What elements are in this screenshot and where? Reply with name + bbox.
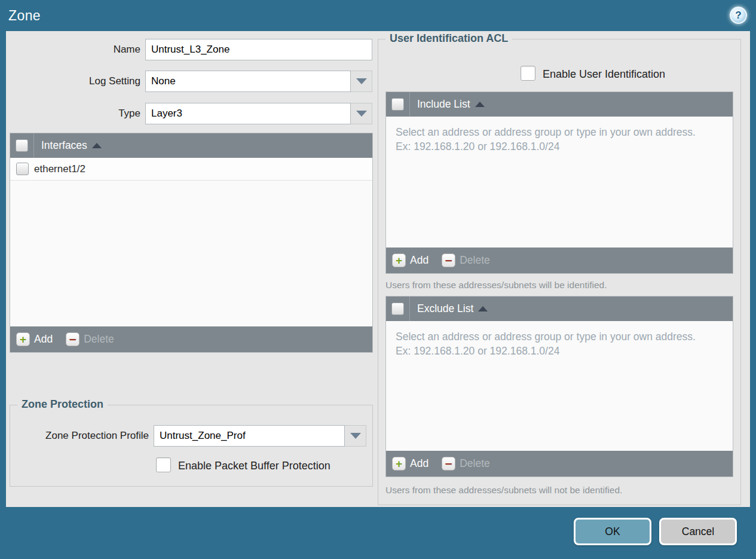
- interfaces-delete-button[interactable]: − Delete: [66, 332, 114, 346]
- add-icon: +: [392, 253, 406, 267]
- exclude-list-placeholder: Select an address or address group or ty…: [386, 321, 721, 366]
- include-list-column-header[interactable]: Include List: [417, 98, 470, 111]
- log-setting-dropdown-button[interactable]: [351, 71, 372, 92]
- add-icon: +: [392, 457, 406, 471]
- zone-protection-legend: Zone Protection: [17, 398, 108, 411]
- delete-icon: −: [442, 253, 455, 267]
- zone-protection-profile-dropdown[interactable]: Untrust_Zone_Prof: [154, 425, 366, 447]
- include-list-add-button[interactable]: + Add: [392, 253, 428, 267]
- interfaces-select-all-checkbox[interactable]: [16, 139, 28, 152]
- include-list-select-all-checkbox[interactable]: [391, 98, 404, 111]
- user-identification-acl-section: User Identification ACL Enable User Iden…: [378, 39, 741, 505]
- exclude-list-add-button[interactable]: + Add: [392, 457, 428, 471]
- chevron-down-icon: [356, 111, 367, 117]
- ok-button[interactable]: OK: [574, 518, 651, 545]
- exclude-list-header-checkbox-cell: [386, 297, 410, 321]
- sort-ascending-icon: [92, 143, 102, 148]
- name-input[interactable]: [145, 39, 372, 60]
- include-list-helper-text: Users from these addresses/subnets will …: [385, 280, 607, 291]
- interfaces-table-body: ethernet1/2: [10, 158, 372, 326]
- exclude-list-delete-button[interactable]: − Delete: [442, 457, 490, 471]
- zone-protection-section: Zone Protection Zone Protection Profile …: [10, 405, 373, 487]
- interfaces-table-footer: + Add − Delete: [10, 326, 372, 352]
- interfaces-table: Interfaces ethernet1/2 + Add − Delete: [10, 133, 373, 353]
- interfaces-header-checkbox-cell: [10, 133, 34, 158]
- include-list-footer: + Add − Delete: [386, 248, 733, 273]
- include-list-body[interactable]: Select an address or address group or ty…: [386, 117, 733, 248]
- interfaces-add-button[interactable]: + Add: [16, 332, 53, 346]
- chevron-down-icon: [356, 78, 367, 84]
- exclude-list-select-all-checkbox[interactable]: [391, 303, 404, 315]
- interface-name: ethernet1/2: [34, 163, 85, 175]
- zone-protection-profile-value: Untrust_Zone_Prof: [154, 425, 345, 447]
- type-label: Type: [6, 108, 140, 120]
- dialog-title: Zone: [8, 8, 41, 24]
- dialog-titlebar: Zone ?: [0, 0, 756, 31]
- help-icon[interactable]: ?: [730, 7, 747, 24]
- user-identification-acl-legend: User Identification ACL: [385, 32, 512, 45]
- interfaces-column-header[interactable]: Interfaces: [41, 139, 87, 152]
- enable-packet-buffer-protection-label: Enable Packet Buffer Protection: [178, 460, 330, 472]
- dialog-body: Name Log Setting None Type Layer3 Interf…: [6, 31, 750, 507]
- exclude-list-column-header[interactable]: Exclude List: [417, 303, 473, 315]
- log-setting-label: Log Setting: [6, 75, 140, 87]
- type-dropdown[interactable]: Layer3: [145, 103, 372, 124]
- add-icon: +: [16, 332, 30, 346]
- exclude-list-body[interactable]: Select an address or address group or ty…: [386, 321, 733, 451]
- exclude-list-helper-text: Users from these addresses/subnets will …: [385, 485, 622, 496]
- sort-ascending-icon: [478, 306, 488, 311]
- cancel-button[interactable]: Cancel: [659, 518, 737, 545]
- interfaces-table-header: Interfaces: [10, 133, 372, 158]
- exclude-list-header: Exclude List: [386, 297, 733, 321]
- include-list-header-checkbox-cell: [386, 92, 410, 117]
- name-label: Name: [6, 44, 140, 56]
- log-setting-value: None: [145, 71, 351, 92]
- zone-protection-profile-dropdown-button[interactable]: [345, 425, 366, 447]
- exclude-list-table: Exclude List Select an address or addres…: [385, 296, 733, 477]
- enable-user-identification-checkbox[interactable]: [521, 66, 535, 81]
- chevron-down-icon: [350, 433, 361, 439]
- include-list-delete-button[interactable]: − Delete: [442, 253, 490, 267]
- type-dropdown-button[interactable]: [351, 103, 372, 124]
- sort-ascending-icon: [475, 102, 485, 107]
- delete-icon: −: [442, 457, 455, 471]
- include-list-table: Include List Select an address or addres…: [385, 91, 733, 274]
- zone-protection-profile-label: Zone Protection Profile: [10, 430, 149, 442]
- enable-packet-buffer-protection-checkbox[interactable]: [156, 457, 171, 472]
- include-list-placeholder: Select an address or address group or ty…: [386, 117, 721, 162]
- exclude-list-footer: + Add − Delete: [386, 451, 733, 476]
- interface-row-checkbox[interactable]: [16, 163, 29, 175]
- log-setting-dropdown[interactable]: None: [145, 71, 372, 92]
- include-list-header: Include List: [386, 92, 733, 117]
- table-row[interactable]: ethernet1/2: [10, 158, 372, 181]
- delete-icon: −: [66, 332, 79, 346]
- enable-user-identification-label: Enable User Identification: [543, 68, 665, 81]
- type-value: Layer3: [145, 103, 351, 124]
